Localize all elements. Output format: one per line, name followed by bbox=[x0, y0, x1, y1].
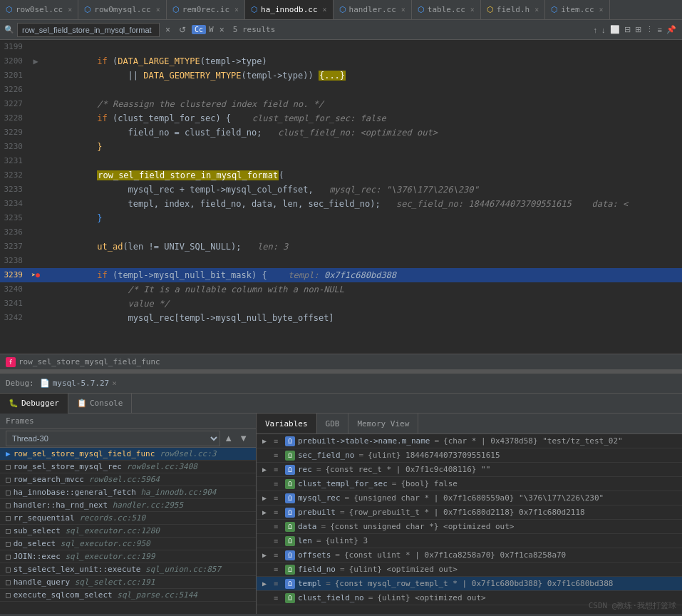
frame-item-0[interactable]: ▶ row_sel_store_mysql_field_func row0sel… bbox=[0, 448, 256, 461]
tab-ha-innodb[interactable]: ⬡ ha_innodb.cc × bbox=[245, 0, 334, 20]
var-eq-icon-rec: ≡ bbox=[274, 466, 282, 473]
var-eq-prebuilt: = bbox=[434, 436, 439, 446]
tab-rem0rec[interactable]: ⬡ rem0rec.ic × bbox=[167, 0, 245, 20]
search-bar: 🔍 × ↺ Cc W × 5 results ↑ ↓ ⬜ ⊟ ⊞ ⋮ ≡ 📌 bbox=[0, 20, 682, 40]
search-input[interactable] bbox=[17, 23, 160, 37]
tab-debugger[interactable]: 🐛 Debugger bbox=[0, 394, 68, 414]
line-content-3229: field_no = clust_field_no; clust_field_n… bbox=[43, 125, 682, 140]
var-expand-rec[interactable]: ▶ bbox=[262, 466, 271, 473]
frame-item-5[interactable]: □ rr_sequential records.cc:510 bbox=[0, 512, 256, 525]
var-expand-offsets[interactable]: ▶ bbox=[262, 551, 271, 559]
tab-memory-view[interactable]: Memory View bbox=[348, 414, 418, 433]
frame-item-9[interactable]: □ st_select_lex_unit::execute sql_union.… bbox=[0, 563, 256, 576]
tab-icon-ha-innodb: ⬡ bbox=[251, 5, 258, 14]
frame-down-button[interactable]: ▼ bbox=[237, 432, 250, 444]
tab-close-ha-innodb[interactable]: × bbox=[323, 6, 327, 14]
search-options-button[interactable]: ⋮ bbox=[644, 24, 655, 36]
var-val-mysql-rec: {unsigned char * | 0x7f1c680559a0} "\376… bbox=[353, 493, 604, 503]
line-num-3227: 3227 bbox=[0, 97, 29, 111]
var-eq-icon-offsets: ≡ bbox=[274, 551, 282, 559]
line-content-3242: mysql_rec[templ->mysql_null_byte_offset] bbox=[43, 311, 682, 325]
tab-close-item[interactable]: × bbox=[599, 6, 604, 14]
frames-header-label: Frames bbox=[6, 416, 34, 426]
search-next-button[interactable]: ↓ bbox=[600, 24, 607, 36]
code-line-3238: 3238 bbox=[0, 254, 682, 268]
var-expand-prebuilt[interactable]: ▶ bbox=[262, 437, 271, 445]
line-num-3228: 3228 bbox=[0, 111, 29, 125]
code-line-3199: 3199 bbox=[0, 40, 682, 54]
tab-close-row0mysql[interactable]: × bbox=[156, 6, 160, 14]
session-close-button[interactable]: × bbox=[112, 379, 117, 388]
code-line-3228: 3228 if (clust_templ_for_sec) { clust_te… bbox=[0, 111, 682, 125]
var-eq-icon-clust: ≡ bbox=[274, 480, 282, 488]
line-content-3240: /* It is a nullable column with a non-NU… bbox=[43, 282, 682, 297]
var-eq-icon-mysql-rec: ≡ bbox=[274, 494, 282, 502]
code-editor[interactable]: 3199 3200 ▶ if (DATA_LARGE_MTYPE(templ->… bbox=[0, 40, 682, 354]
fold-icon-3200[interactable]: ▶ bbox=[33, 54, 38, 68]
frame-item-3[interactable]: □ ha_innobase::general_fetch ha_innodb.c… bbox=[0, 486, 256, 499]
line-num-3200: 3200 bbox=[0, 54, 29, 68]
var-expand-templ[interactable]: ▶ bbox=[262, 580, 271, 587]
line-num-3232: 3232 bbox=[0, 168, 29, 183]
var-type-clust-field-no: Ω bbox=[285, 593, 295, 603]
tab-gdb[interactable]: GDB bbox=[317, 414, 349, 433]
tab-close-handler[interactable]: × bbox=[401, 6, 405, 14]
tab-item[interactable]: ⬡ item.cc × bbox=[545, 0, 609, 20]
search-pin-button[interactable]: 📌 bbox=[665, 24, 678, 36]
search-expand-button[interactable]: ⊟ bbox=[623, 24, 632, 36]
tab-variables[interactable]: Variables bbox=[257, 414, 317, 433]
var-val-sec: {ulint} 18446744073709551615 bbox=[368, 451, 500, 460]
line-num-3233: 3233 bbox=[0, 183, 29, 197]
code-line-3234: 3234 templ, index, field_no, data, len, … bbox=[0, 197, 682, 211]
tab-close-table[interactable]: × bbox=[470, 6, 475, 14]
search-filter-button[interactable]: ⊞ bbox=[634, 24, 643, 36]
close-search-x[interactable]: × bbox=[217, 24, 227, 36]
var-type-templ: Ω bbox=[285, 579, 295, 589]
tab-table[interactable]: ⬡ table.cc × bbox=[412, 0, 481, 20]
close-search-button[interactable]: × bbox=[162, 24, 173, 36]
tab-label-row0mysql: row0mysql.cc bbox=[94, 5, 150, 14]
line-content-3200: if (DATA_LARGE_MTYPE(templ->type) bbox=[43, 54, 682, 68]
var-val-field-no: {ulint} <optimized out> bbox=[349, 565, 458, 574]
frame-item-6[interactable]: □ sub_select sql_executor.cc:1280 bbox=[0, 525, 256, 538]
var-item-templ: ▶ ≡ Ω templ = {const mysql_row_templ_t *… bbox=[257, 577, 682, 591]
frame-item-4[interactable]: □ handler::ha_rnd_next handler.cc:2955 bbox=[0, 499, 256, 512]
tab-close-field-h[interactable]: × bbox=[534, 6, 539, 14]
frame-item-1[interactable]: □ row_sel_store_mysql_rec row0sel.cc:340… bbox=[0, 461, 256, 473]
tab-handler[interactable]: ⬡ handler.cc × bbox=[334, 0, 412, 20]
frame-item-8[interactable]: □ JOIN::exec sql_executor.cc:199 bbox=[0, 550, 256, 563]
search-collapse-button[interactable]: ⬜ bbox=[609, 24, 621, 36]
frame-item-11[interactable]: □ execute_sqlcom_select sql_parse.cc:514… bbox=[0, 589, 256, 602]
var-eq-icon-prebuilt: ≡ bbox=[274, 437, 282, 445]
frame-item-10[interactable]: □ handle_query sql_select.cc:191 bbox=[0, 576, 256, 589]
tab-field-h[interactable]: ⬡ field.h × bbox=[481, 0, 545, 20]
frame-item-2[interactable]: □ row_search_mvcc row0sel.cc:5964 bbox=[0, 473, 256, 486]
frame-item-7[interactable]: □ do_select sql_executor.cc:950 bbox=[0, 538, 256, 550]
search-settings-button[interactable]: ≡ bbox=[656, 24, 663, 36]
tab-close-row0sel[interactable]: × bbox=[68, 6, 72, 14]
frame-func-0: row_sel_store_mysql_field_func row0sel.c… bbox=[14, 449, 217, 458]
line-content-3235: } bbox=[43, 211, 682, 225]
search-prev-button[interactable]: ↑ bbox=[592, 24, 599, 36]
var-expand-prebuilt-ptr[interactable]: ▶ bbox=[262, 508, 271, 516]
var-expand-mysql-rec[interactable]: ▶ bbox=[262, 494, 271, 502]
tab-row0mysql[interactable]: ⬡ row0mysql.cc × bbox=[78, 0, 167, 20]
var-eq-prebuilt-ptr: = bbox=[340, 508, 345, 517]
frame-up-button[interactable]: ▲ bbox=[222, 432, 235, 444]
tab-row0sel[interactable]: ⬡ row0sel.cc × bbox=[0, 0, 78, 20]
var-name-data: data bbox=[298, 522, 317, 531]
refresh-search-button[interactable]: ↺ bbox=[176, 24, 189, 36]
tab-console[interactable]: 📋 Console bbox=[68, 394, 132, 414]
line-num-3199: 3199 bbox=[0, 40, 29, 54]
tab-close-rem0rec[interactable]: × bbox=[234, 6, 239, 14]
line-num-3231: 3231 bbox=[0, 154, 29, 168]
frames-header: Frames bbox=[0, 414, 256, 429]
bottom-panel: Debug: 📄 mysql-5.7.27 × 🐛 Debugger 📋 Con… bbox=[0, 372, 682, 616]
tab-label-table: table.cc bbox=[428, 5, 465, 14]
frame-icon-1: □ bbox=[6, 462, 11, 471]
var-val-offsets: {const ulint * | 0x7f1ca8258a70} 0x7f1ca… bbox=[344, 550, 566, 560]
w-badge: W bbox=[209, 25, 214, 34]
thread-select[interactable]: Thread-30 bbox=[6, 431, 220, 446]
var-val-rec: {const rec_t * | 0x7f1c9c408116} "" bbox=[326, 465, 491, 474]
breakpoint-icon[interactable]: ● bbox=[36, 268, 40, 282]
